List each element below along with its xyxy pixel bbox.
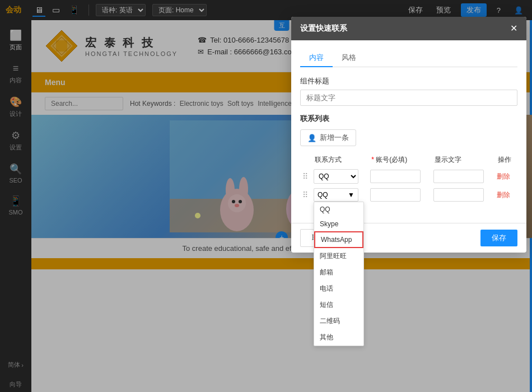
dropdown-option-sms[interactable]: 短信 — [314, 297, 363, 313]
col-drag — [300, 153, 311, 167]
type-dropdown-trigger-2[interactable]: QQ ▼ — [314, 188, 358, 202]
add-row-label: 新增一条 — [320, 133, 349, 143]
display-input-1[interactable] — [433, 170, 484, 183]
tab-style[interactable]: 风格 — [333, 49, 365, 67]
dropdown-option-qq[interactable]: QQ — [314, 202, 363, 217]
save-btn[interactable]: 保存 — [480, 230, 517, 246]
add-row-btn[interactable]: 👤 新增一条 — [300, 129, 356, 146]
tab-content[interactable]: 内容 — [300, 49, 333, 67]
dropdown-option-skype[interactable]: Skype — [314, 217, 363, 231]
component-title-label: 组件标题 — [300, 76, 517, 86]
dropdown-option-other[interactable]: 其他 — [314, 329, 363, 346]
delete-btn-1[interactable]: 删除 — [497, 172, 510, 181]
dropdown-option-qrcode[interactable]: 二维码 — [314, 313, 363, 329]
modal-tabs: 内容 风格 — [300, 49, 517, 67]
add-row-icon: 👤 — [307, 134, 316, 142]
col-account-header: * 账号(必填) — [368, 153, 431, 167]
dropdown-option-phone[interactable]: 电话 — [314, 281, 363, 297]
col-action-header: 操作 — [494, 153, 517, 167]
account-input-1[interactable] — [370, 170, 421, 183]
table-row: ⠿ QQ Skype WhatsApp 阿里旺旺 邮箱 电话 短信 — [300, 167, 517, 186]
col-type-header: 联系方式 — [311, 153, 368, 167]
type-dropdown-2: QQ ▼ QQ Skype WhatsApp 阿里旺旺 — [314, 188, 358, 202]
modal-close-btn[interactable]: ✕ — [510, 24, 517, 33]
component-title-input[interactable] — [300, 90, 517, 106]
modal-overlay: 设置快速联系 ✕ 内容 风格 组件标题 联系列表 👤 新增一条 — [0, 0, 532, 392]
selected-type-2: QQ — [318, 191, 328, 199]
modal-title: 设置快速联系 — [300, 24, 347, 34]
type-dropdown-menu-2: QQ Skype WhatsApp 阿里旺旺 邮箱 电话 短信 二维码 其他 — [314, 202, 364, 346]
col-display-header: 显示文字 — [431, 153, 494, 167]
component-title-group: 组件标题 — [300, 76, 517, 106]
type-select-1[interactable]: QQ Skype WhatsApp 阿里旺旺 邮箱 电话 短信 二维码 其他 — [314, 169, 358, 184]
contact-table: 联系方式 * 账号(必填) 显示文字 操作 ⠿ — [300, 153, 517, 204]
required-star: * — [371, 156, 374, 164]
dropdown-option-email[interactable]: 邮箱 — [314, 264, 363, 281]
contact-list-label: 联系列表 — [300, 114, 517, 124]
modal-header: 设置快速联系 ✕ — [291, 17, 526, 40]
contact-list-group: 联系列表 👤 新增一条 联系方式 * 账号(必填) — [300, 114, 517, 204]
settings-modal: 设置快速联系 ✕ 内容 风格 组件标题 联系列表 👤 新增一条 — [291, 17, 526, 253]
drag-handle-1[interactable]: ⠿ — [302, 172, 308, 181]
delete-btn-2[interactable]: 删除 — [497, 190, 510, 200]
drag-handle-2[interactable]: ⠿ — [302, 190, 308, 199]
account-input-2[interactable] — [370, 188, 421, 202]
table-row: ⠿ QQ ▼ QQ Sk — [300, 186, 517, 204]
dropdown-arrow-icon: ▼ — [348, 191, 354, 199]
dropdown-option-aliwangwang[interactable]: 阿里旺旺 — [314, 248, 363, 264]
modal-body: 内容 风格 组件标题 联系列表 👤 新增一条 — [291, 40, 526, 221]
display-input-2[interactable] — [433, 188, 484, 202]
dropdown-option-whatsapp[interactable]: WhatsApp — [314, 231, 363, 248]
